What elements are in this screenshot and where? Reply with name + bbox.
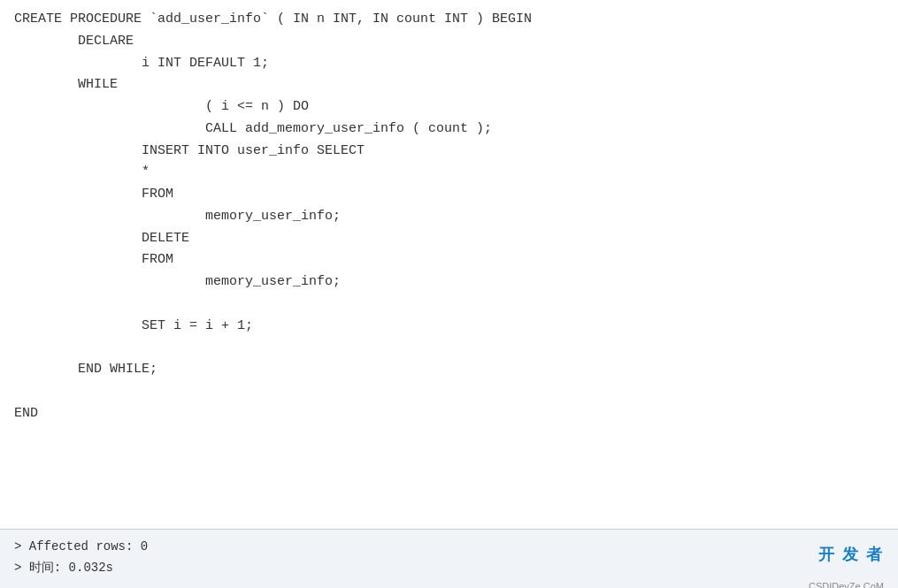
code-line: CALL add_memory_user_info ( count );	[14, 118, 884, 141]
code-line: DECLARE	[14, 31, 884, 53]
code-line: SET i = i + 1;	[14, 316, 884, 338]
output-line: > Affected rows: 0	[14, 537, 884, 558]
watermark-sub: CSDIDevZe.CoM	[809, 581, 884, 588]
code-line: memory_user_info;	[14, 271, 884, 294]
output-line: > 时间: 0.032s	[14, 558, 884, 579]
code-line: END	[14, 403, 884, 425]
code-line	[14, 294, 884, 316]
code-line: i INT DEFAULT 1;	[14, 53, 884, 75]
code-area: CREATE PROCEDURE `add_user_info` ( IN n …	[0, 0, 898, 529]
code-line	[14, 337, 884, 359]
code-line: END WHILE;	[14, 359, 884, 381]
code-line: DELETE	[14, 228, 884, 250]
code-line: FROM	[14, 184, 884, 206]
code-line: WHILE	[14, 74, 884, 96]
code-line	[14, 381, 884, 403]
main-container: CREATE PROCEDURE `add_user_info` ( IN n …	[0, 0, 898, 588]
code-line: memory_user_info;	[14, 206, 884, 228]
code-line: FROM	[14, 249, 884, 271]
code-line: *	[14, 162, 884, 184]
watermark: 开 发 者	[818, 544, 884, 565]
code-line: CREATE PROCEDURE `add_user_info` ( IN n …	[14, 9, 884, 31]
code-line: INSERT INTO user_info SELECT	[14, 141, 884, 163]
code-line: ( i <= n ) DO	[14, 96, 884, 118]
output-area: > Affected rows: 0> 时间: 0.032s开 发 者 CSDI…	[0, 529, 898, 588]
